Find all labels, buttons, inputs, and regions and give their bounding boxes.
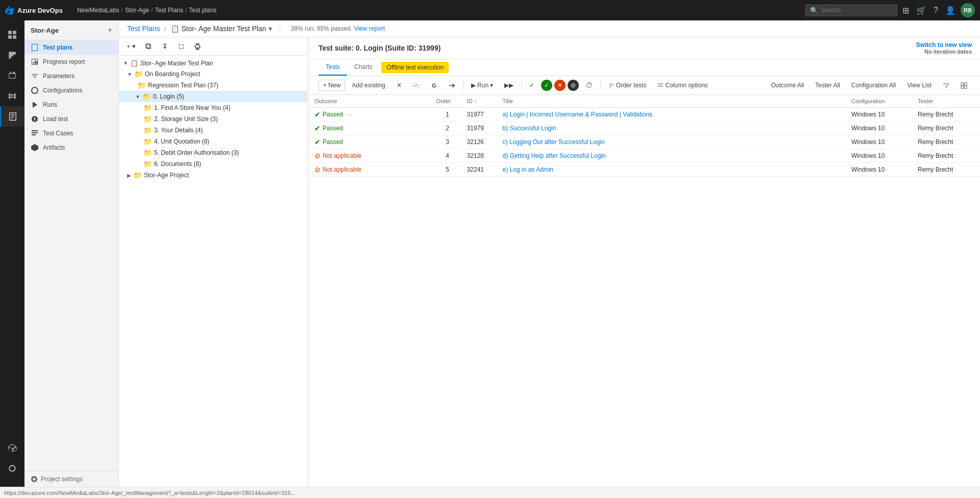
link-button[interactable] — [408, 80, 424, 91]
table-row[interactable]: ✔ Passed ··· 1 31977 a) Login | Incorrec… — [310, 108, 980, 122]
view-report-link[interactable]: View report — [354, 25, 385, 32]
avatar[interactable]: RB — [961, 3, 975, 17]
tree-node-onboarding[interactable]: ▼ 📁 On Boarding Project — [119, 68, 307, 80]
table-row[interactable]: ⊘ Not applicable 4 32128 d) Getting Help… — [310, 149, 980, 163]
nav-item-runs[interactable]: Runs — [24, 98, 118, 112]
pass-button[interactable]: ✓ — [541, 80, 552, 91]
cell-title-0[interactable]: a) Login | Incorrect Username & Password… — [499, 108, 847, 122]
tree-node-debit-order[interactable]: 📁 5. Debit Order Authorisation (3) — [119, 147, 307, 158]
run-all-button[interactable]: ▶▶ — [500, 80, 518, 91]
order-tests-button[interactable]: Order tests — [604, 80, 651, 91]
breadcrumb-stor-age[interactable]: Stor-Age — [125, 7, 149, 14]
tab-offline-test-execution[interactable]: Offline test execution — [381, 62, 449, 73]
breadcrumb-newmedialabs[interactable]: NewMediaLabs — [77, 7, 119, 14]
filter-icon-button[interactable] — [938, 80, 954, 91]
tree-node-find-store[interactable]: 📁 1. Find A Store Near You (4) — [119, 102, 307, 113]
forward-button[interactable] — [444, 80, 460, 91]
add-existing-button[interactable]: Add existing — [347, 80, 389, 91]
block-button[interactable]: ⊘ — [568, 80, 579, 91]
tree-node-documents[interactable]: 📁 6. Documents (8) — [119, 158, 307, 170]
tree-node-regression[interactable]: 📁 Regression Test Plan (37) — [119, 80, 307, 91]
column-options-button[interactable]: Column options — [653, 80, 712, 91]
tree-node-storage-unit[interactable]: 📁 2. Storage Unit Size (3) — [119, 113, 307, 125]
tree-node-unit-quotation[interactable]: 📁 4. Unit Quotation (8) — [119, 136, 307, 147]
help-icon[interactable]: ? — [932, 4, 940, 17]
breadcrumb-test-plans[interactable]: Test Plans — [155, 7, 183, 14]
switch-new-view-link[interactable]: Switch to new view — [916, 41, 972, 49]
tab-tests[interactable]: Tests — [318, 59, 347, 76]
sidebar-item-pipelines[interactable] — [0, 86, 24, 106]
user-icon[interactable]: 👤 — [943, 4, 958, 17]
breadcrumb-test-plans-2[interactable]: Test plans — [189, 7, 216, 14]
nav-item-test-cases[interactable]: Test Cases — [24, 126, 118, 140]
tree-folder-icon-onboarding: 📁 — [134, 70, 143, 78]
sidebar-item-settings[interactable] — [0, 458, 24, 479]
col-header-id[interactable]: ID ↑ — [463, 95, 499, 108]
refresh-button[interactable] — [426, 80, 442, 91]
search-box[interactable]: 🔍 — [805, 5, 897, 16]
project-add-button[interactable]: + — [108, 26, 112, 35]
cell-title-2[interactable]: c) Logging Out after Successful Login — [499, 135, 847, 149]
tree-find-store-label: 1. Find A Store Near You (4) — [154, 104, 230, 111]
search-input[interactable] — [821, 7, 888, 14]
tree-node-stor-age-project[interactable]: ▶ 📁 Stor-Age Project — [119, 170, 307, 181]
fail-button[interactable]: ✕ — [554, 80, 566, 91]
nav-item-load-test[interactable]: Load test — [24, 112, 118, 126]
nav-item-progress-report[interactable]: Progress report — [24, 55, 118, 69]
nav-item-test-plans[interactable]: Test plans — [24, 40, 118, 55]
project-nav: Stor-Age + Test plans Progress report Pa… — [24, 20, 119, 487]
tester-filter-button[interactable]: Tester All — [811, 80, 845, 91]
sidebar-item-test-plans[interactable] — [0, 106, 24, 127]
tree-root-label: Stor- Age Master Test Plan — [140, 60, 213, 67]
cell-title-3[interactable]: d) Getting Help after Successful Login — [499, 149, 847, 163]
run-button[interactable]: ▶ Run ▾ — [467, 80, 498, 91]
azure-devops-logo[interactable]: Azure DevOps — [5, 6, 63, 15]
tree-new-button[interactable]: + ▾ — [123, 40, 139, 52]
view-list-button[interactable]: View List — [902, 80, 936, 91]
grid-icon[interactable]: ⊞ — [900, 4, 911, 17]
status-url: https://dev.azure.com/NewMediaLabs/Stor-… — [4, 490, 295, 496]
tree-expand-button[interactable] — [174, 41, 188, 52]
sidebar-item-repos[interactable] — [0, 65, 24, 86]
test-plans-link[interactable]: Test Plans — [127, 25, 160, 33]
nav-settings[interactable]: Project settings — [24, 471, 118, 487]
table-row[interactable]: ⊘ Not applicable 5 32241 e) Log in as Ad… — [310, 163, 980, 177]
plan-dropdown-button[interactable]: ▾ — [268, 25, 272, 33]
table-row[interactable]: ✔ Passed 2 31979 b) Successful Login Win… — [310, 122, 980, 135]
sidebar-item-boards[interactable] — [0, 45, 24, 65]
toolbar-sep-3 — [600, 80, 601, 90]
tab-charts[interactable]: Charts — [347, 59, 379, 76]
clock-button[interactable]: ⏱ — [581, 79, 597, 91]
remove-button[interactable]: ✕ — [392, 80, 406, 91]
more-button-0[interactable]: ··· — [345, 110, 353, 118]
tree-node-login[interactable]: ▼ 📁 0. Login (5) — [119, 91, 307, 102]
nav-item-parameters[interactable]: Parameters — [24, 69, 118, 83]
favorite-button[interactable]: ☆ — [276, 25, 283, 33]
sidebar-item-overview[interactable] — [0, 25, 24, 45]
sidebar-item-artifacts[interactable] — [0, 438, 24, 458]
layout-button[interactable] — [956, 80, 972, 91]
col-header-configuration[interactable]: Configuration — [847, 95, 914, 108]
tree-node-your-details[interactable]: 📁 3. Your Details (4) — [119, 125, 307, 136]
col-header-tester[interactable]: Tester — [914, 95, 980, 108]
check-button[interactable]: ✓ — [525, 80, 539, 91]
col-header-order[interactable]: Order — [432, 95, 463, 108]
basket-icon[interactable]: 🛒 — [914, 4, 928, 17]
tree-node-root[interactable]: ▼ 📋 Stor- Age Master Test Plan — [119, 58, 307, 68]
tree-print-button[interactable] — [190, 41, 205, 52]
configuration-filter-button[interactable]: Configuration All — [847, 80, 900, 91]
tree-expand-icon-stor-age: ▶ — [127, 173, 131, 178]
nav-item-configurations[interactable]: Configurations — [24, 83, 118, 98]
nav-item-artifacts[interactable]: Artifacts — [24, 140, 118, 155]
outcome-filter-button[interactable]: Outcome All — [766, 80, 808, 91]
table-row[interactable]: ✔ Passed 3 32126 c) Logging Out after Su… — [310, 135, 980, 149]
tree-plan-icon: 📋 — [130, 59, 138, 67]
cell-title-4[interactable]: e) Log in as Admin — [499, 163, 847, 177]
col-header-title[interactable]: Title — [499, 95, 847, 108]
col-header-outcome[interactable]: Outcome — [310, 95, 432, 108]
tree-folder-icon-unit-quotation: 📁 — [143, 137, 152, 146]
cell-title-1[interactable]: b) Successful Login — [499, 122, 847, 135]
tree-insert-button[interactable] — [158, 41, 172, 52]
new-test-button[interactable]: + New — [318, 80, 345, 91]
tree-copy-button[interactable] — [141, 41, 156, 52]
